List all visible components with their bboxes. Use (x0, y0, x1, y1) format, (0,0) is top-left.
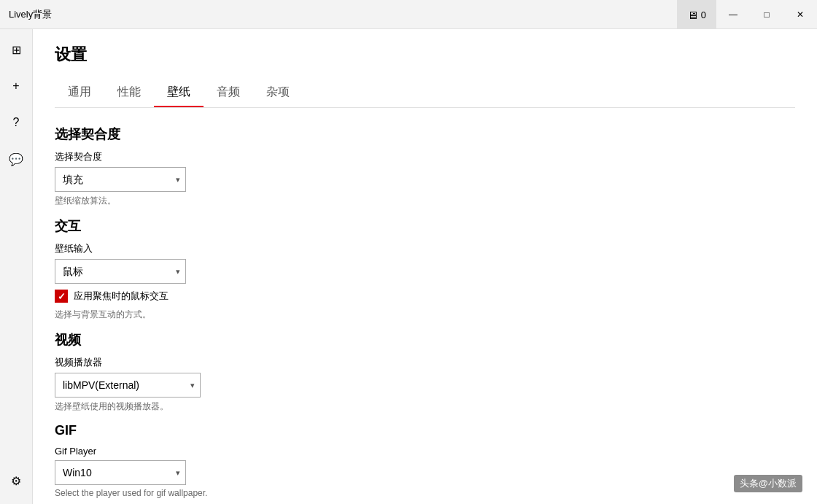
video-hint: 选择壁纸使用的视频播放器。 (55, 400, 795, 413)
monitor-icon: 🖥 (687, 9, 698, 21)
mouse-interaction-label: 应用聚焦时的鼠标交互 (74, 290, 169, 303)
tab-performance[interactable]: 性能 (104, 79, 154, 107)
minimize-button[interactable]: — (716, 0, 750, 29)
tab-wallpaper[interactable]: 壁纸 (154, 79, 204, 107)
tab-misc[interactable]: 杂项 (253, 79, 303, 107)
gif-dropdown[interactable]: Win10 libMPV XamlIsland (55, 460, 186, 485)
sidebar: ⊞ + ? 💬 ⚙ (0, 29, 33, 504)
mouse-interaction-row: ✓ 应用聚焦时的鼠标交互 (55, 290, 795, 303)
title-bar: Lively背景 🖥 0 — □ ✕ (0, 0, 817, 29)
monitor-badge: 🖥 0 (677, 0, 716, 29)
gif-player-label: Gif Player (55, 446, 795, 457)
fit-field-label: 选择契合度 (55, 150, 795, 163)
video-section-title: 视频 (55, 331, 795, 349)
sidebar-icon-chat[interactable]: 💬 (3, 146, 29, 172)
gif-dropdown-wrapper: Win10 libMPV XamlIsland ▾ (55, 460, 186, 485)
settings-tabs: 通用 性能 壁纸 音频 杂项 (55, 79, 795, 108)
gif-section-title: GIF (55, 423, 795, 438)
video-dropdown[interactable]: libMPV(External) WindowsMediaPlayer VLC (55, 373, 201, 398)
mouse-interaction-checkbox[interactable]: ✓ (55, 290, 68, 303)
video-player-label: 视频播放器 (55, 356, 795, 369)
input-dropdown[interactable]: 鼠标 触控 无 (55, 259, 186, 284)
sidebar-icon-help[interactable]: ? (3, 109, 29, 136)
checkmark-icon: ✓ (58, 292, 66, 301)
fit-dropdown[interactable]: 填充 适合 拉伸 居中 铺展 (55, 167, 186, 192)
maximize-button[interactable]: □ (750, 0, 783, 29)
sidebar-icon-settings[interactable]: ⚙ (3, 468, 29, 494)
fit-dropdown-wrapper: 填充 适合 拉伸 居中 铺展 ▾ (55, 167, 186, 192)
sidebar-icon-add[interactable]: + (3, 73, 29, 99)
fit-hint: 壁纸缩放算法。 (55, 195, 795, 207)
main-content: 设置 通用 性能 壁纸 音频 杂项 选择契合度 选择契合度 填充 适合 拉伸 居… (33, 29, 817, 504)
interaction-hint: 选择与背景互动的方式。 (55, 309, 795, 321)
fit-section-title: 选择契合度 (55, 125, 795, 143)
tab-audio[interactable]: 音频 (204, 79, 253, 107)
page-title: 设置 (55, 44, 795, 66)
tab-general[interactable]: 通用 (55, 79, 104, 107)
interaction-section-title: 交互 (55, 217, 795, 235)
app-title: Lively背景 (9, 8, 52, 21)
wallpaper-input-label: 壁纸输入 (55, 242, 795, 255)
video-dropdown-wrapper: libMPV(External) WindowsMediaPlayer VLC … (55, 373, 201, 398)
monitor-count: 0 (701, 9, 706, 20)
input-dropdown-wrapper: 鼠标 触控 无 ▾ (55, 259, 186, 284)
sidebar-icon-grid[interactable]: ⊞ (3, 36, 29, 63)
close-button[interactable]: ✕ (783, 0, 817, 29)
gif-hint: Select the player used for gif wallpaper… (55, 488, 795, 498)
window-controls: 🖥 0 — □ ✕ (677, 0, 817, 29)
